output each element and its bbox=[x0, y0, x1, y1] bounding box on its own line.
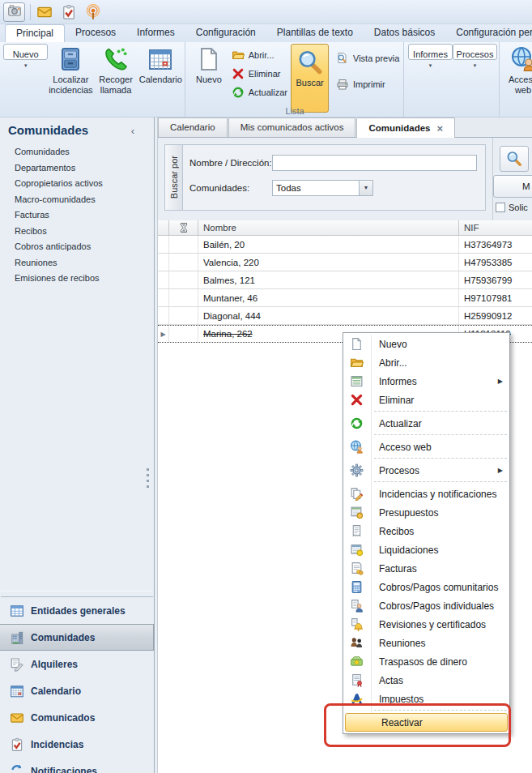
context-menu-item[interactable]: Reuniones bbox=[343, 634, 509, 652]
context-menu-item[interactable]: Cobros/Pagos individuales bbox=[343, 596, 509, 615]
table-row[interactable]: Valencia, 220 H47953385 bbox=[158, 254, 532, 271]
nif-column-header[interactable]: NIF bbox=[459, 220, 532, 235]
sidebar-item[interactable]: Reuniones bbox=[0, 255, 154, 271]
ribbon-big-button[interactable]: Informes ▼ bbox=[408, 44, 453, 60]
hourglass-column-header[interactable] bbox=[169, 220, 198, 235]
ribbon-tab[interactable]: Procesos bbox=[65, 24, 126, 42]
table-row[interactable]: Balmes, 121 H75936799 bbox=[158, 271, 532, 289]
nav-item[interactable]: Comunidades bbox=[0, 624, 154, 651]
context-menu-item[interactable]: Reactivar bbox=[345, 713, 508, 732]
nav-item[interactable]: Comunicados bbox=[0, 704, 154, 731]
nav-item[interactable]: Calendario bbox=[0, 677, 154, 704]
row-marker-cell bbox=[158, 307, 169, 324]
ribbon-tab[interactable]: Datos básicos bbox=[364, 24, 445, 42]
nav-resize-handle[interactable] bbox=[1, 591, 153, 597]
ribbon-big-button[interactable]: Nuevo ▼ bbox=[3, 44, 48, 60]
document-tab[interactable]: Comunidades × bbox=[356, 117, 455, 138]
page-icon bbox=[196, 46, 222, 72]
context-menu-item[interactable]: Actas bbox=[343, 671, 509, 690]
ribbon-small-button[interactable]: Imprimir bbox=[333, 76, 402, 92]
buscar-button[interactable]: Buscar bbox=[291, 44, 329, 113]
context-menu-item[interactable]: Facturas bbox=[343, 559, 509, 578]
ribbon-big-button[interactable]: Localizar incidencias ▼ bbox=[48, 44, 93, 97]
app-menu-button[interactable] bbox=[3, 2, 25, 22]
context-menu-item[interactable]: Impuestos bbox=[343, 690, 509, 708]
checkbox[interactable] bbox=[496, 203, 505, 212]
communities-dropdown[interactable]: Todas ▼ bbox=[272, 180, 373, 196]
sidebar-item[interactable]: Recibos bbox=[0, 224, 154, 240]
ribbon-tab[interactable]: Configuración personal bbox=[445, 24, 532, 42]
table-row[interactable]: Muntaner, 46 H97107981 bbox=[158, 289, 532, 307]
context-menu-item[interactable]: Eliminar bbox=[343, 391, 509, 409]
row-marker-column-header[interactable] bbox=[158, 220, 169, 235]
context-menu-item[interactable]: Procesos bbox=[343, 461, 509, 480]
context-menu-item[interactable]: Nuevo bbox=[343, 335, 509, 353]
search-panel-vertical-tab[interactable]: Buscar por bbox=[165, 145, 183, 210]
sidebar-item[interactable]: Macro-comunidades bbox=[0, 192, 154, 208]
context-menu-item[interactable]: Liquidaciones bbox=[343, 540, 509, 559]
splitter-grip-dots[interactable] bbox=[147, 468, 149, 491]
context-menu-item[interactable]: Recibos bbox=[343, 522, 509, 540]
name-address-input[interactable] bbox=[272, 155, 477, 171]
context-menu: Nuevo Abrir... Informes Eliminar Actuali… bbox=[343, 332, 510, 734]
table-row[interactable]: Diagonal, 444 H25990912 bbox=[158, 307, 532, 325]
nav-item[interactable]: Incidencias bbox=[0, 731, 154, 758]
menu-item-icon bbox=[350, 562, 364, 575]
acceso-web-button[interactable]: Acceso web bbox=[504, 44, 532, 97]
find-button[interactable] bbox=[500, 146, 529, 172]
context-menu-item[interactable]: Informes bbox=[343, 372, 509, 391]
sidebar-item[interactable]: Facturas bbox=[0, 207, 154, 224]
ribbon-tab[interactable]: Principal bbox=[5, 24, 65, 42]
menu-item-icon bbox=[352, 715, 366, 729]
nav-item-icon bbox=[10, 604, 24, 618]
close-tab-icon[interactable]: × bbox=[437, 119, 444, 138]
sidebar-item[interactable]: Emisiones de recibos bbox=[0, 271, 154, 287]
ribbon-tab[interactable]: Plantillas de texto bbox=[266, 24, 364, 42]
context-menu-item[interactable]: Incidencias y notificaciones bbox=[343, 485, 509, 503]
sidebar-item[interactable]: Copropietarios activos bbox=[0, 176, 154, 192]
menu-item-icon bbox=[350, 506, 364, 519]
nav-item[interactable]: Entidades generales bbox=[0, 597, 154, 624]
context-menu-item[interactable]: Abrir... bbox=[343, 353, 509, 372]
context-menu-item[interactable]: Traspasos de dinero bbox=[343, 652, 509, 671]
menu-item-icon bbox=[350, 356, 364, 369]
document-tab[interactable]: Mis comunicados activos bbox=[228, 117, 356, 137]
context-menu-item[interactable]: Cobros/Pagos comunitarios bbox=[343, 578, 509, 596]
ribbon-small-button[interactable]: Actualizar bbox=[228, 84, 292, 100]
hourglass-icon bbox=[178, 222, 189, 233]
ribbon-big-button[interactable]: Calendario ▼ bbox=[138, 44, 183, 87]
context-menu-item[interactable]: Revisiones y certificados bbox=[343, 615, 509, 634]
ribbon-tab[interactable]: Configuración bbox=[185, 24, 266, 42]
nuevo-list-button[interactable]: Nuevo bbox=[189, 44, 228, 87]
chevron-down-icon[interactable]: ▼ bbox=[359, 181, 372, 195]
context-menu-item[interactable]: Acceso web bbox=[343, 438, 509, 456]
broadcast-icon[interactable] bbox=[85, 4, 101, 20]
small-button-icon bbox=[232, 67, 245, 80]
sidebar: Comunidades ‹ ComunidadesDepartamentosCo… bbox=[0, 117, 154, 773]
nav-item[interactable]: Alquileres bbox=[0, 651, 154, 677]
ribbon-big-button[interactable]: Procesos ▼ bbox=[453, 44, 497, 60]
mail-icon[interactable] bbox=[36, 4, 53, 20]
ribbon-small-button[interactable]: Vista previa bbox=[333, 50, 402, 66]
context-menu-item[interactable]: Actualizar bbox=[343, 414, 509, 433]
ribbon-big-button[interactable]: Recoger llamada ▼ bbox=[93, 44, 138, 97]
ribbon-small-button[interactable]: Abrir... bbox=[228, 47, 292, 63]
nombre-column-header[interactable]: Nombre bbox=[198, 220, 459, 235]
dropdown-arrow-icon: ▼ bbox=[473, 61, 478, 71]
context-menu-item[interactable]: Presupuestos bbox=[343, 503, 509, 522]
nav-item[interactable]: Notificaciones bbox=[0, 758, 154, 773]
row-status-cell bbox=[169, 236, 198, 253]
sidebar-collapse-icon[interactable]: ‹ bbox=[131, 125, 134, 137]
more-button[interactable]: M bbox=[493, 175, 532, 198]
menu-item-icon bbox=[350, 673, 364, 687]
sidebar-item[interactable]: Cobros anticipados bbox=[0, 239, 154, 255]
sidebar-item[interactable]: Comunidades bbox=[0, 144, 154, 160]
sidebar-item[interactable]: Departamentos bbox=[0, 160, 154, 177]
document-tab[interactable]: Calendario bbox=[158, 117, 228, 137]
ribbon-tab[interactable]: Informes bbox=[126, 24, 185, 42]
ribbon-small-button[interactable]: Eliminar bbox=[228, 66, 292, 82]
checkbox-label: Solic bbox=[509, 203, 528, 212]
table-row[interactable]: Bailén, 20 H37364973 bbox=[158, 236, 532, 254]
application-window: PrincipalProcesosInformesConfiguraciónPl… bbox=[0, 0, 532, 773]
incidents-clipboard-icon[interactable] bbox=[61, 4, 77, 20]
